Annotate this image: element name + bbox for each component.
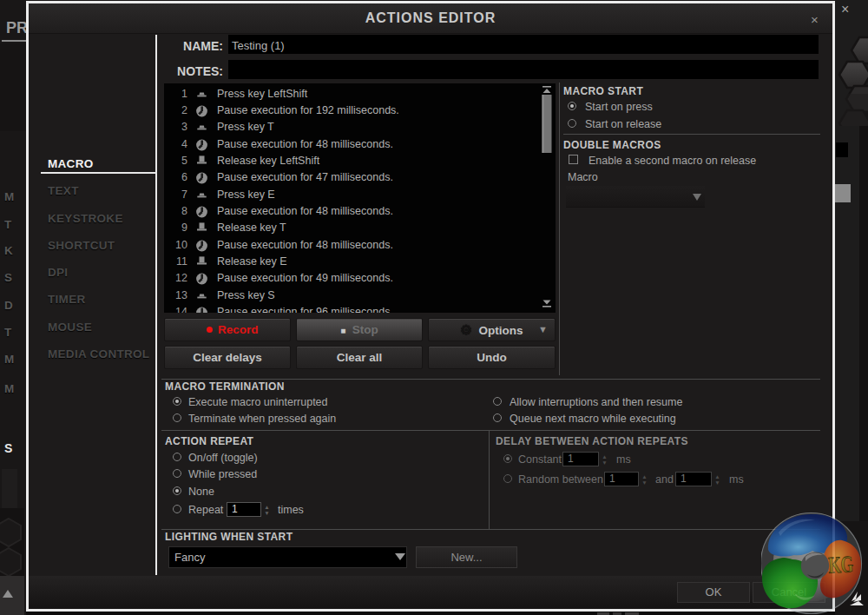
svg-text:KG: KG xyxy=(827,551,854,578)
